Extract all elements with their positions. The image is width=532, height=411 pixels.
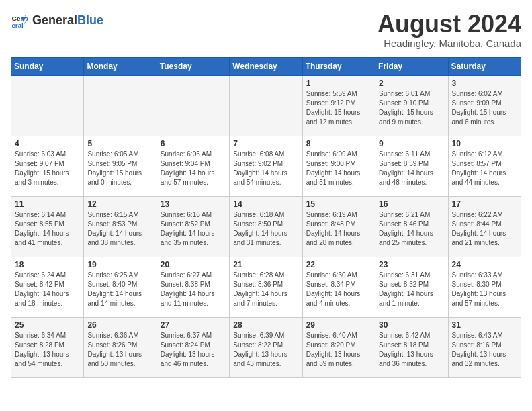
day-info: Sunrise: 6:30 AM Sunset: 8:34 PM Dayligh… bbox=[306, 271, 371, 308]
day-number: 23 bbox=[379, 260, 444, 269]
day-number: 5 bbox=[87, 139, 152, 148]
day-info: Sunrise: 6:40 AM Sunset: 8:20 PM Dayligh… bbox=[306, 331, 371, 369]
day-number: 31 bbox=[452, 320, 517, 330]
day-info: Sunrise: 6:27 AM Sunset: 8:38 PM Dayligh… bbox=[161, 271, 226, 308]
calendar-cell: 20Sunrise: 6:27 AM Sunset: 8:38 PM Dayli… bbox=[157, 257, 229, 317]
day-info: Sunrise: 6:39 AM Sunset: 8:22 PM Dayligh… bbox=[233, 331, 298, 369]
day-number: 14 bbox=[233, 199, 298, 209]
calendar-cell: 15Sunrise: 6:19 AM Sunset: 8:48 PM Dayli… bbox=[302, 196, 375, 257]
day-info: Sunrise: 5:59 AM Sunset: 9:12 PM Dayligh… bbox=[306, 89, 371, 127]
page-header: Gen eral GeneralBlue August 2024 Heading… bbox=[11, 11, 521, 49]
day-number: 4 bbox=[15, 139, 80, 148]
day-info: Sunrise: 6:02 AM Sunset: 9:09 PM Dayligh… bbox=[452, 89, 517, 127]
day-number: 16 bbox=[379, 199, 444, 209]
day-info: Sunrise: 6:14 AM Sunset: 8:55 PM Dayligh… bbox=[15, 210, 80, 248]
day-info: Sunrise: 6:11 AM Sunset: 8:59 PM Dayligh… bbox=[379, 150, 444, 187]
calendar-cell: 28Sunrise: 6:39 AM Sunset: 8:22 PM Dayli… bbox=[230, 317, 302, 377]
calendar-cell: 4Sunrise: 6:03 AM Sunset: 9:07 PM Daylig… bbox=[11, 136, 84, 196]
calendar-cell: 19Sunrise: 6:25 AM Sunset: 8:40 PM Dayli… bbox=[84, 257, 157, 317]
weekday-header-friday: Friday bbox=[375, 57, 448, 75]
logo-icon: Gen eral bbox=[11, 11, 30, 30]
day-info: Sunrise: 6:22 AM Sunset: 8:44 PM Dayligh… bbox=[452, 210, 517, 248]
day-info: Sunrise: 6:03 AM Sunset: 9:07 PM Dayligh… bbox=[15, 150, 80, 187]
calendar-cell: 27Sunrise: 6:37 AM Sunset: 8:24 PM Dayli… bbox=[157, 317, 229, 377]
logo-general: General bbox=[32, 13, 77, 27]
day-number: 2 bbox=[379, 79, 444, 88]
calendar-cell: 22Sunrise: 6:30 AM Sunset: 8:34 PM Dayli… bbox=[302, 257, 375, 317]
day-number: 11 bbox=[15, 199, 80, 209]
day-info: Sunrise: 6:28 AM Sunset: 8:36 PM Dayligh… bbox=[233, 271, 298, 308]
day-info: Sunrise: 6:15 AM Sunset: 8:53 PM Dayligh… bbox=[87, 210, 152, 248]
day-info: Sunrise: 6:09 AM Sunset: 9:00 PM Dayligh… bbox=[306, 150, 371, 187]
day-info: Sunrise: 6:05 AM Sunset: 9:05 PM Dayligh… bbox=[87, 150, 152, 187]
calendar-cell: 26Sunrise: 6:36 AM Sunset: 8:26 PM Dayli… bbox=[84, 317, 157, 377]
day-number: 13 bbox=[161, 199, 226, 209]
svg-text:eral: eral bbox=[11, 21, 24, 29]
day-info: Sunrise: 6:36 AM Sunset: 8:26 PM Dayligh… bbox=[87, 331, 152, 369]
day-number: 20 bbox=[161, 260, 226, 269]
month-year-title: August 2024 bbox=[378, 11, 521, 38]
day-number: 25 bbox=[15, 320, 80, 330]
weekday-header-wednesday: Wednesday bbox=[230, 57, 302, 75]
day-number: 27 bbox=[161, 320, 226, 330]
day-number: 18 bbox=[15, 260, 80, 269]
calendar-cell: 8Sunrise: 6:09 AM Sunset: 9:00 PM Daylig… bbox=[302, 136, 375, 196]
calendar-cell: 7Sunrise: 6:08 AM Sunset: 9:02 PM Daylig… bbox=[230, 136, 302, 196]
calendar-cell: 2Sunrise: 6:01 AM Sunset: 9:10 PM Daylig… bbox=[375, 75, 448, 136]
day-info: Sunrise: 6:42 AM Sunset: 8:18 PM Dayligh… bbox=[379, 331, 444, 369]
day-info: Sunrise: 6:06 AM Sunset: 9:04 PM Dayligh… bbox=[161, 150, 226, 187]
location-subtitle: Headingley, Manitoba, Canada bbox=[378, 38, 521, 49]
calendar-cell: 23Sunrise: 6:31 AM Sunset: 8:32 PM Dayli… bbox=[375, 257, 448, 317]
weekday-header-saturday: Saturday bbox=[448, 57, 521, 75]
calendar-cell: 9Sunrise: 6:11 AM Sunset: 8:59 PM Daylig… bbox=[375, 136, 448, 196]
calendar-cell: 24Sunrise: 6:33 AM Sunset: 8:30 PM Dayli… bbox=[448, 257, 521, 317]
calendar-week-5: 25Sunrise: 6:34 AM Sunset: 8:28 PM Dayli… bbox=[11, 317, 521, 377]
day-info: Sunrise: 6:08 AM Sunset: 9:02 PM Dayligh… bbox=[233, 150, 298, 187]
calendar-cell: 16Sunrise: 6:21 AM Sunset: 8:46 PM Dayli… bbox=[375, 196, 448, 257]
day-info: Sunrise: 6:33 AM Sunset: 8:30 PM Dayligh… bbox=[452, 271, 517, 308]
day-info: Sunrise: 6:12 AM Sunset: 8:57 PM Dayligh… bbox=[452, 150, 517, 187]
weekday-header-sunday: Sunday bbox=[11, 57, 84, 75]
day-number: 15 bbox=[306, 199, 371, 209]
calendar-cell bbox=[11, 75, 84, 136]
calendar-cell bbox=[84, 75, 157, 136]
calendar-cell: 11Sunrise: 6:14 AM Sunset: 8:55 PM Dayli… bbox=[11, 196, 84, 257]
calendar-week-4: 18Sunrise: 6:24 AM Sunset: 8:42 PM Dayli… bbox=[11, 257, 521, 317]
calendar-week-2: 4Sunrise: 6:03 AM Sunset: 9:07 PM Daylig… bbox=[11, 136, 521, 196]
title-area: August 2024 Headingley, Manitoba, Canada bbox=[378, 11, 521, 49]
logo-blue: Blue bbox=[77, 13, 103, 27]
day-number: 29 bbox=[306, 320, 371, 330]
day-info: Sunrise: 6:25 AM Sunset: 8:40 PM Dayligh… bbox=[87, 271, 152, 308]
day-number: 21 bbox=[233, 260, 298, 269]
day-number: 30 bbox=[379, 320, 444, 330]
calendar-cell: 13Sunrise: 6:16 AM Sunset: 8:52 PM Dayli… bbox=[157, 196, 229, 257]
day-number: 22 bbox=[306, 260, 371, 269]
day-number: 3 bbox=[452, 79, 517, 88]
calendar-cell: 30Sunrise: 6:42 AM Sunset: 8:18 PM Dayli… bbox=[375, 317, 448, 377]
day-number: 24 bbox=[452, 260, 517, 269]
day-number: 1 bbox=[306, 79, 371, 88]
day-number: 26 bbox=[87, 320, 152, 330]
logo: Gen eral GeneralBlue bbox=[11, 11, 103, 30]
calendar-cell: 12Sunrise: 6:15 AM Sunset: 8:53 PM Dayli… bbox=[84, 196, 157, 257]
calendar-cell: 5Sunrise: 6:05 AM Sunset: 9:05 PM Daylig… bbox=[84, 136, 157, 196]
calendar-cell: 14Sunrise: 6:18 AM Sunset: 8:50 PM Dayli… bbox=[230, 196, 302, 257]
calendar-cell: 18Sunrise: 6:24 AM Sunset: 8:42 PM Dayli… bbox=[11, 257, 84, 317]
calendar-cell: 17Sunrise: 6:22 AM Sunset: 8:44 PM Dayli… bbox=[448, 196, 521, 257]
calendar-cell: 29Sunrise: 6:40 AM Sunset: 8:20 PM Dayli… bbox=[302, 317, 375, 377]
day-number: 7 bbox=[233, 139, 298, 148]
day-number: 28 bbox=[233, 320, 298, 330]
day-info: Sunrise: 6:43 AM Sunset: 8:16 PM Dayligh… bbox=[452, 331, 517, 369]
day-number: 10 bbox=[452, 139, 517, 148]
day-info: Sunrise: 6:19 AM Sunset: 8:48 PM Dayligh… bbox=[306, 210, 371, 248]
calendar-cell: 31Sunrise: 6:43 AM Sunset: 8:16 PM Dayli… bbox=[448, 317, 521, 377]
calendar-week-1: 1Sunrise: 5:59 AM Sunset: 9:12 PM Daylig… bbox=[11, 75, 521, 136]
day-info: Sunrise: 6:37 AM Sunset: 8:24 PM Dayligh… bbox=[161, 331, 226, 369]
day-info: Sunrise: 6:16 AM Sunset: 8:52 PM Dayligh… bbox=[161, 210, 226, 248]
calendar-week-3: 11Sunrise: 6:14 AM Sunset: 8:55 PM Dayli… bbox=[11, 196, 521, 257]
day-info: Sunrise: 6:01 AM Sunset: 9:10 PM Dayligh… bbox=[379, 89, 444, 127]
calendar-cell: 3Sunrise: 6:02 AM Sunset: 9:09 PM Daylig… bbox=[448, 75, 521, 136]
calendar-cell: 6Sunrise: 6:06 AM Sunset: 9:04 PM Daylig… bbox=[157, 136, 229, 196]
day-number: 6 bbox=[161, 139, 226, 148]
day-number: 19 bbox=[87, 260, 152, 269]
